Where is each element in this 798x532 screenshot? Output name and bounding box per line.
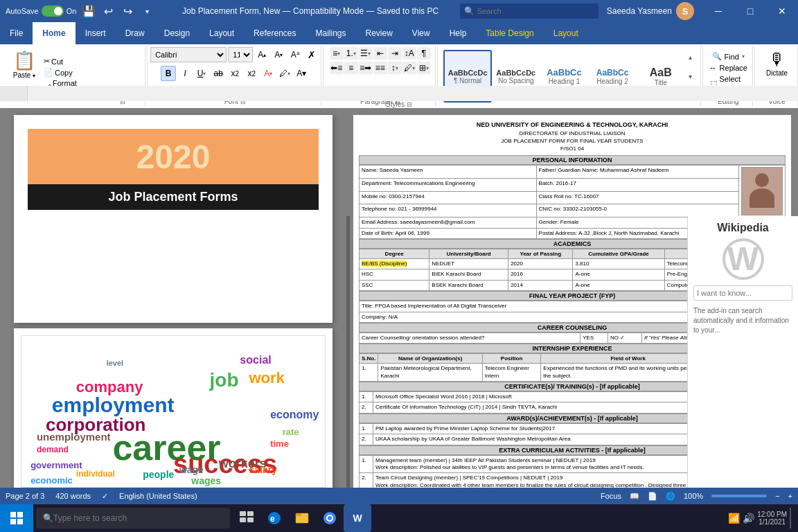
tab-layout2[interactable]: Layout [544, 22, 588, 44]
word-cloud-item: level [107, 359, 123, 367]
font-size-select[interactable]: 11 [228, 47, 253, 62]
cut-button[interactable]: ✂ Cut [42, 56, 102, 66]
clear-formatting-button[interactable]: ✗ [304, 47, 319, 62]
focus-button[interactable]: Focus [601, 492, 621, 500]
tab-review[interactable]: Review [356, 22, 402, 44]
tab-mailings[interactable]: Mailings [305, 22, 355, 44]
restore-button[interactable]: □ [734, 0, 766, 22]
copy-label: Copy [55, 69, 73, 77]
tab-file[interactable]: File [0, 22, 33, 44]
form-header: NED UNIVERSITY OF ENGINEERING & TECHNOLO… [359, 121, 786, 152]
taskview-button[interactable] [233, 504, 260, 532]
edge-button[interactable]: e [260, 504, 288, 532]
zoom-in-icon[interactable]: + [788, 492, 792, 500]
align-right-button[interactable]: ≡➡ [359, 62, 373, 74]
taskbar-search-box[interactable]: 🔍 [36, 508, 230, 529]
style-h2-preview: AaBbCc [596, 68, 629, 78]
minimize-button[interactable]: ─ [702, 0, 734, 22]
panel-divider[interactable] [346, 216, 350, 504]
superscript-button[interactable]: x2 [244, 66, 259, 81]
italic-button[interactable]: I [177, 66, 193, 81]
chrome-button[interactable] [316, 504, 344, 532]
system-clock[interactable]: 12:00 PM 1/1/2021 [757, 511, 787, 526]
web-layout-icon[interactable]: 🌐 [666, 492, 675, 501]
svg-rect-0 [10, 512, 16, 517]
svg-rect-2 [10, 519, 16, 524]
show-marks-button[interactable]: ¶ [417, 47, 431, 60]
styles-scroll-down[interactable]: ▾ [685, 66, 696, 86]
print-layout-icon[interactable]: 📄 [648, 492, 657, 501]
borders-button[interactable]: ⊞▾ [417, 62, 431, 74]
numbering-button[interactable]: 1.▾ [344, 47, 358, 60]
replace-button[interactable]: ↔ Replace [708, 63, 749, 73]
degree-cell: SSC [360, 280, 429, 290]
shading-button[interactable]: 🖊▾ [402, 62, 416, 74]
font-shading-button[interactable]: A▾ [294, 66, 309, 81]
paste-icon: 📋 [13, 50, 35, 71]
font-name-select[interactable]: Calibri [150, 47, 227, 62]
explorer-button[interactable] [288, 504, 316, 532]
tab-help[interactable]: Help [440, 22, 477, 44]
style-normal-label: ¶ Normal [454, 77, 481, 85]
tab-design[interactable]: Design [154, 22, 200, 44]
show-desktop-button[interactable] [790, 508, 792, 529]
wiki-search-input[interactable] [693, 285, 792, 301]
career-yes-cell: YES [580, 332, 608, 343]
start-button[interactable] [0, 504, 33, 532]
tab-home[interactable]: Home [33, 22, 75, 44]
word-cloud-item: rate [283, 427, 299, 437]
shrink-font-button[interactable]: A▾ [271, 47, 286, 62]
board-cell: BSEK Karachi Board [429, 280, 508, 290]
close-button[interactable]: ✕ [766, 0, 798, 22]
titlebar-search-box[interactable]: 🔍 [460, 3, 598, 19]
word-cloud-item: people [143, 469, 174, 480]
word-cloud-item: work [249, 369, 285, 387]
strikethrough-button[interactable]: ab [211, 66, 226, 81]
word-button[interactable]: W [344, 504, 371, 532]
tab-table-design[interactable]: Table Design [476, 22, 543, 44]
tab-references[interactable]: References [244, 22, 305, 44]
align-center-button[interactable]: ≡ [344, 62, 358, 74]
tab-draw[interactable]: Draw [116, 22, 154, 44]
save-icon[interactable]: 💾 [80, 5, 97, 18]
line-spacing-button[interactable]: ↕▾ [388, 62, 402, 74]
copy-button[interactable]: 📄 Copy [42, 67, 102, 78]
redo-icon[interactable]: ↪ [119, 5, 136, 18]
zoom-slider[interactable] [711, 495, 767, 497]
undo-icon[interactable]: ↩ [100, 5, 116, 18]
styles-scroll-up[interactable]: ▴ [685, 47, 696, 66]
multilevel-list-button[interactable]: ☰▾ [359, 47, 373, 60]
tab-layout[interactable]: Layout [200, 22, 244, 44]
tab-insert[interactable]: Insert [76, 22, 116, 44]
sort-button[interactable]: ↕A [402, 47, 416, 60]
autosave-state: On [66, 7, 77, 15]
taskbar-search-input[interactable] [53, 513, 223, 523]
autosave-toggle[interactable] [42, 6, 64, 17]
user-avatar[interactable]: S [676, 2, 694, 20]
align-left-button[interactable]: ⬅≡ [330, 62, 344, 74]
increase-indent-button[interactable]: ⇥ [388, 47, 402, 60]
read-mode-icon[interactable]: 📖 [630, 492, 639, 501]
user-account[interactable]: Saeeda Yasmeen S [598, 2, 702, 20]
grow-font-button[interactable]: A▴ [254, 47, 269, 62]
find-button[interactable]: 🔍 Find ▾ [711, 51, 746, 62]
highlight-button[interactable]: 🖊▾ [277, 66, 292, 81]
decrease-indent-button[interactable]: ⇤ [373, 47, 387, 60]
zoom-out-icon[interactable]: − [775, 492, 779, 500]
bold-button[interactable]: B [161, 66, 176, 81]
tab-view[interactable]: View [402, 22, 440, 44]
titlebar-search-input[interactable] [477, 7, 594, 15]
form-title-text: JOB PLACEMENT FORM FOR FINAL YEAR STUDEN… [359, 137, 786, 145]
customize-qat-icon[interactable]: ▾ [139, 8, 155, 15]
underline-button[interactable]: U ▾ [194, 66, 209, 81]
font-color-button[interactable]: A▾ [260, 66, 276, 81]
find-dropdown-icon: ▾ [742, 53, 745, 60]
justify-button[interactable]: ≡≡ [373, 62, 387, 74]
dept-cell: Department: Telecommunications Engineeri… [360, 178, 537, 191]
volume-icon[interactable]: 🔊 [743, 513, 754, 524]
subscript-button[interactable]: x2 [227, 66, 242, 81]
table-row: Mobile no: 0300-2157944 Class Roll no: T… [360, 191, 786, 204]
network-icon[interactable]: 📶 [728, 513, 740, 524]
change-case-button[interactable]: Aᵃ [287, 47, 303, 62]
bullets-button[interactable]: ≡▾ [330, 47, 344, 60]
